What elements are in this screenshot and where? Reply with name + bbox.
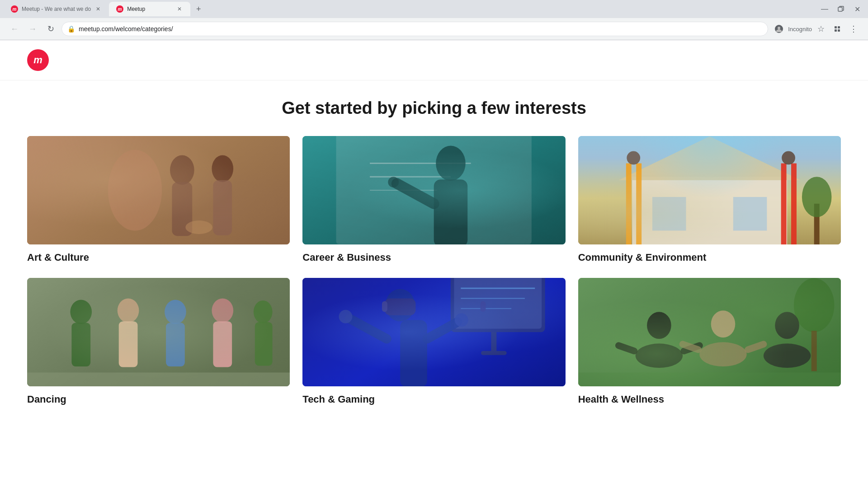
svg-point-77 bbox=[699, 342, 746, 366]
svg-line-66 bbox=[350, 319, 387, 339]
tech-gaming-image-bg bbox=[302, 278, 565, 386]
svg-rect-41 bbox=[27, 278, 290, 386]
svg-rect-62 bbox=[385, 298, 416, 315]
svg-line-67 bbox=[427, 322, 458, 339]
category-image-community-environment bbox=[578, 136, 841, 244]
new-tab-button[interactable]: + bbox=[192, 3, 205, 15]
tab-meetup-1[interactable]: m Meetup - We are what we do ✕ bbox=[4, 2, 109, 16]
tab-close-2[interactable]: ✕ bbox=[176, 5, 183, 13]
svg-point-14 bbox=[170, 155, 194, 185]
category-label-health-wellness: Health & Wellness bbox=[578, 392, 841, 407]
svg-rect-65 bbox=[400, 320, 427, 386]
svg-point-72 bbox=[794, 278, 834, 332]
svg-rect-46 bbox=[119, 321, 138, 367]
restore-button[interactable] bbox=[834, 2, 848, 16]
tab-meetup-2[interactable]: m Meetup ✕ bbox=[109, 2, 190, 16]
close-button[interactable]: ✕ bbox=[850, 2, 864, 16]
svg-point-75 bbox=[635, 343, 682, 368]
svg-point-61 bbox=[386, 289, 415, 322]
menu-button[interactable]: ⋮ bbox=[846, 22, 861, 36]
main-content: Get started by picking a few interests bbox=[0, 80, 868, 421]
svg-point-38 bbox=[782, 151, 795, 165]
page-heading: Get started by picking a few interests bbox=[27, 99, 841, 118]
svg-point-24 bbox=[436, 146, 466, 181]
svg-point-13 bbox=[108, 150, 162, 231]
svg-point-45 bbox=[118, 298, 139, 323]
svg-rect-15 bbox=[172, 182, 192, 236]
svg-rect-19 bbox=[302, 136, 565, 244]
window-controls: — ✕ bbox=[817, 2, 864, 16]
category-image-health-wellness bbox=[578, 278, 841, 386]
svg-rect-60 bbox=[481, 351, 507, 355]
logo-icon: m bbox=[27, 49, 49, 71]
svg-rect-12 bbox=[27, 136, 290, 244]
category-label-art-culture: Art & Culture bbox=[27, 250, 290, 265]
svg-rect-11 bbox=[27, 136, 290, 244]
category-label-community-environment: Community & Environment bbox=[578, 250, 841, 265]
lock-icon: 🔒 bbox=[67, 25, 75, 33]
category-card-health-wellness[interactable]: Health & Wellness bbox=[578, 278, 841, 407]
svg-line-80 bbox=[618, 346, 634, 351]
category-label-dancing: Dancing bbox=[27, 392, 290, 407]
browser-chrome: m Meetup - We are what we do ✕ m Meetup … bbox=[0, 0, 868, 40]
page-content: m Get started by picking a few interests bbox=[0, 40, 868, 488]
back-icon: ← bbox=[10, 24, 19, 34]
category-card-art-culture[interactable]: Art & Culture bbox=[27, 136, 290, 265]
svg-rect-44 bbox=[71, 323, 90, 366]
svg-point-49 bbox=[212, 298, 233, 323]
tab-title-2: Meetup bbox=[127, 6, 172, 12]
tab-title-1: Meetup - We are what we do bbox=[22, 6, 91, 12]
svg-rect-8 bbox=[838, 26, 840, 28]
category-image-tech-gaming bbox=[302, 278, 565, 386]
svg-rect-17 bbox=[213, 180, 232, 235]
svg-point-76 bbox=[711, 310, 735, 338]
tab-close-1[interactable]: ✕ bbox=[94, 5, 102, 13]
category-card-career-business[interactable]: Career & Business bbox=[302, 136, 565, 265]
svg-rect-20 bbox=[336, 136, 532, 244]
incognito-label: Incognito bbox=[788, 26, 812, 33]
menu-icon: ⋮ bbox=[849, 24, 858, 34]
svg-rect-32 bbox=[733, 197, 767, 231]
extensions-button[interactable] bbox=[830, 22, 844, 36]
svg-point-18 bbox=[185, 221, 212, 234]
svg-marker-30 bbox=[618, 136, 800, 180]
meetup-logo[interactable]: m bbox=[27, 49, 841, 71]
url-text: meetup.com/welcome/categories/ bbox=[79, 25, 762, 33]
category-image-art-culture bbox=[27, 136, 290, 244]
svg-rect-29 bbox=[632, 177, 787, 244]
svg-line-83 bbox=[748, 344, 763, 350]
svg-rect-10 bbox=[838, 29, 840, 32]
svg-rect-39 bbox=[814, 204, 819, 244]
svg-line-81 bbox=[684, 346, 699, 351]
svg-rect-28 bbox=[578, 136, 841, 244]
refresh-button[interactable]: ↻ bbox=[43, 22, 58, 36]
svg-point-27 bbox=[388, 177, 399, 188]
svg-rect-31 bbox=[652, 197, 686, 231]
svg-rect-64 bbox=[481, 301, 486, 312]
address-bar[interactable]: 🔒 meetup.com/welcome/categories/ bbox=[61, 22, 768, 36]
dancing-image-bg bbox=[27, 278, 290, 386]
nav-bar: ← → ↻ 🔒 meetup.com/welcome/categories/ I… bbox=[0, 18, 868, 40]
svg-rect-54 bbox=[451, 278, 545, 332]
incognito-profile-button[interactable] bbox=[772, 22, 786, 36]
svg-rect-9 bbox=[835, 29, 837, 32]
category-card-tech-gaming[interactable]: Tech & Gaming bbox=[302, 278, 565, 407]
bookmark-button[interactable]: ☆ bbox=[814, 22, 828, 36]
svg-line-26 bbox=[397, 183, 434, 204]
category-card-dancing[interactable]: Dancing bbox=[27, 278, 290, 407]
minimize-button[interactable]: — bbox=[817, 2, 832, 16]
svg-rect-53 bbox=[302, 278, 565, 386]
svg-rect-55 bbox=[454, 278, 542, 329]
svg-rect-70 bbox=[578, 278, 841, 386]
category-card-community-environment[interactable]: Community & Environment bbox=[578, 136, 841, 265]
forward-button[interactable]: → bbox=[25, 22, 40, 36]
svg-point-69 bbox=[455, 313, 468, 327]
categories-grid: Art & Culture bbox=[27, 136, 841, 407]
svg-point-40 bbox=[802, 177, 832, 217]
svg-rect-48 bbox=[166, 323, 185, 366]
back-button[interactable]: ← bbox=[7, 22, 22, 36]
category-label-tech-gaming: Tech & Gaming bbox=[302, 392, 565, 407]
career-business-image-bg bbox=[302, 136, 565, 244]
refresh-icon: ↻ bbox=[47, 24, 54, 34]
svg-rect-4 bbox=[838, 7, 842, 11]
